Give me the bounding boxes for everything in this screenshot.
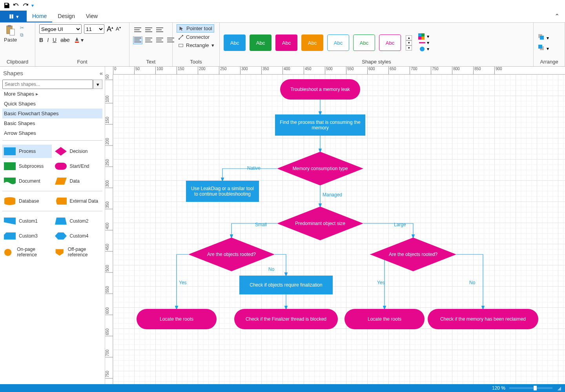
palette-shape[interactable]: On-page reference <box>2 244 52 260</box>
pointer-tool-button[interactable]: Pointer tool <box>177 24 214 33</box>
shape-label: Custom4 <box>70 233 89 239</box>
undo-icon[interactable] <box>13 2 20 9</box>
svg-marker-29 <box>4 232 16 240</box>
flow-node-terminator[interactable]: Troubleshoot a memory leak <box>280 79 360 100</box>
svg-point-31 <box>4 249 11 256</box>
tab-view[interactable]: View <box>80 11 103 22</box>
cut-icon[interactable]: ✂ <box>20 25 24 31</box>
strike-button[interactable]: abe <box>60 37 69 43</box>
style-gallery-spin[interactable]: ▴▾▾ <box>406 35 412 51</box>
bold-button[interactable]: B <box>39 37 43 43</box>
more-shapes-cat[interactable]: More Shapes <box>2 89 102 99</box>
flow-node-process[interactable]: Use LeakDiag or a similar tool to contin… <box>186 181 259 202</box>
flow-node-terminator[interactable]: Locate the roots <box>344 309 425 329</box>
search-dropdown-icon[interactable]: ▾ <box>93 80 102 89</box>
flow-node-terminator[interactable]: Check if the Finalizer thread is blocked <box>234 309 338 329</box>
flow-node-process[interactable]: Find the process that is consuming the m… <box>275 114 365 136</box>
font-name-select[interactable]: Segoe UI <box>39 24 82 34</box>
align-mid-right[interactable] <box>155 37 164 44</box>
zoom-slider[interactable] <box>509 387 552 389</box>
align-top-left[interactable] <box>133 27 142 34</box>
tab-home[interactable]: Home <box>27 11 52 22</box>
rectangle-tool-button[interactable]: Rectangle ▾ <box>177 42 216 49</box>
palette-shape[interactable]: Start/End <box>53 160 103 173</box>
flow-node-diamond[interactable]: Are the objects rooted? <box>370 238 456 271</box>
style-swatch-0[interactable]: Abc <box>224 34 246 51</box>
flow-node-diamond[interactable]: Predominant object size <box>277 207 363 240</box>
shape-category[interactable]: Basic Shapes <box>2 118 102 128</box>
font-size-select[interactable]: 11 <box>84 24 104 34</box>
grow-font-icon[interactable]: A▴ <box>107 25 113 33</box>
shape-category[interactable]: Arrow Shapes <box>2 128 102 138</box>
svg-rect-9 <box>421 33 425 36</box>
connector-tool-button[interactable]: Connector <box>177 33 211 41</box>
style-swatch-6[interactable]: Abc <box>379 34 401 51</box>
group-arrange: ▾ ▾ Arrange <box>534 23 565 66</box>
style-swatch-4[interactable]: Abc <box>327 34 349 51</box>
effects-dropdown[interactable]: ▾ <box>418 46 429 52</box>
shape-label: Custom2 <box>70 218 89 224</box>
align-top-right[interactable] <box>155 27 164 34</box>
palette-shape[interactable]: Custom4 <box>53 229 103 243</box>
palette-shape[interactable]: Process <box>2 145 52 158</box>
align-top-center[interactable] <box>144 27 153 34</box>
palette-shape[interactable]: Database <box>2 194 52 208</box>
shape-icon <box>4 147 16 156</box>
line-dropdown[interactable]: ▾ <box>418 40 429 46</box>
palette-shape[interactable]: External Data <box>53 194 103 208</box>
flow-node-diamond[interactable]: Are the objects rooted? <box>188 238 275 271</box>
style-swatch-1[interactable]: Abc <box>250 34 272 51</box>
shape-icon <box>4 177 16 185</box>
flow-node-diamond[interactable]: Memory consumption type <box>277 152 363 185</box>
palette-shape[interactable]: Data <box>53 174 103 188</box>
style-swatch-2[interactable]: Abc <box>275 34 297 51</box>
svg-rect-7 <box>179 44 183 47</box>
qat-dropdown-icon[interactable]: ▾ <box>31 3 34 8</box>
group-shape-styles: AbcAbcAbcAbcAbcAbcAbc ▴▾▾ ▾ ▾ ▾ Shape st… <box>220 23 534 66</box>
resize-grip-icon[interactable] <box>556 386 561 390</box>
shape-icon <box>4 232 16 240</box>
style-swatch-3[interactable]: Abc <box>301 34 323 51</box>
save-icon[interactable] <box>3 2 10 9</box>
shape-category[interactable]: Quick Shapes <box>2 99 102 109</box>
paste-button[interactable]: Paste <box>4 24 17 43</box>
flow-node-terminator[interactable]: Locate the roots <box>137 309 217 329</box>
palette-shape[interactable]: Subprocess <box>2 160 52 173</box>
shape-category[interactable]: Basic Flowchart Shapes <box>2 109 102 118</box>
bring-front-button[interactable]: ▾ <box>538 33 549 41</box>
ribbon: Paste ✂ ⧉ Clipboard Segoe UI 11 A▴ <box>0 23 565 67</box>
fill-dropdown[interactable]: ▾ <box>418 33 429 40</box>
file-tab[interactable]: ▾ <box>0 11 27 22</box>
palette-shape[interactable]: Document <box>2 174 52 188</box>
flow-node-terminator[interactable]: Check if the memory has been reclaimed <box>428 309 538 329</box>
svg-marker-28 <box>55 218 67 225</box>
align-mid-left[interactable] <box>133 37 142 44</box>
tab-design[interactable]: Design <box>52 11 80 22</box>
flow-node-process[interactable]: Check if objects require finalization <box>239 276 333 294</box>
style-swatch-5[interactable]: Abc <box>353 34 375 51</box>
edge-label: Small <box>255 222 267 227</box>
send-back-button[interactable]: ▾ <box>538 44 549 51</box>
svg-marker-32 <box>55 249 63 256</box>
svg-rect-3 <box>8 25 11 27</box>
font-color-button[interactable]: ▾ <box>74 37 84 43</box>
search-shapes-input[interactable] <box>2 80 93 89</box>
align-mid-center[interactable] <box>144 37 153 44</box>
shape-icon <box>55 248 65 256</box>
shape-label: On-page reference <box>17 247 50 258</box>
shrink-font-icon[interactable]: A▾ <box>116 26 121 32</box>
palette-shape[interactable]: Decision <box>53 145 103 158</box>
book-icon <box>8 13 15 20</box>
panel-collapse-icon[interactable]: « <box>100 70 102 76</box>
underline-button[interactable]: U <box>53 37 56 43</box>
copy-icon[interactable]: ⧉ <box>20 32 24 38</box>
italic-button[interactable]: I <box>47 37 49 43</box>
canvas[interactable]: 0501001502002503003504004505005506006507… <box>105 67 565 384</box>
palette-shape[interactable]: Custom2 <box>53 214 103 228</box>
collapse-ribbon-icon[interactable]: ⌃ <box>549 10 565 22</box>
redo-icon[interactable] <box>22 2 29 9</box>
palette-shape[interactable]: Off-page reference <box>53 244 103 260</box>
shape-icon <box>55 197 67 205</box>
palette-shape[interactable]: Custom3 <box>2 229 52 243</box>
palette-shape[interactable]: Custom1 <box>2 214 52 228</box>
